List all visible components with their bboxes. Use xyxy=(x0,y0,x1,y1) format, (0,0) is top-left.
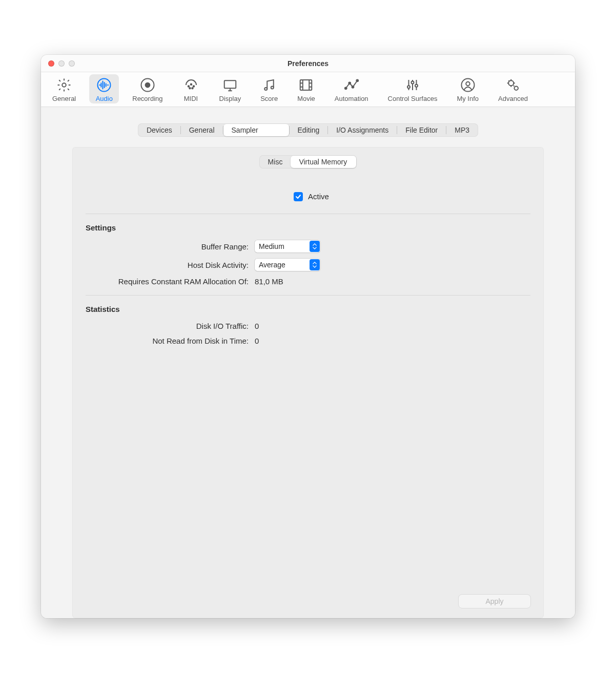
svg-rect-12 xyxy=(300,80,312,90)
preferences-body: Devices General Sampler Editing I/O Assi… xyxy=(41,107,575,618)
svg-point-17 xyxy=(407,86,410,88)
divider xyxy=(86,214,530,214)
preferences-window: Preferences General xyxy=(41,55,575,618)
tab-general[interactable]: General xyxy=(181,124,223,136)
svg-point-16 xyxy=(356,79,358,81)
chevron-up-down-icon xyxy=(310,259,320,270)
music-notes-icon xyxy=(260,76,278,94)
sliders-icon xyxy=(404,76,421,94)
buffer-range-label: Buffer Range: xyxy=(86,242,255,251)
svg-point-14 xyxy=(348,82,351,84)
svg-point-4 xyxy=(188,86,189,87)
divider xyxy=(86,295,530,296)
toolbar-label: Movie xyxy=(297,95,315,102)
svg-point-23 xyxy=(514,87,518,91)
svg-point-11 xyxy=(271,87,274,89)
svg-point-5 xyxy=(190,84,192,86)
toolbar-audio[interactable]: Audio xyxy=(89,74,119,103)
active-checkbox[interactable] xyxy=(294,192,303,201)
buffer-range-value: Medium xyxy=(255,242,309,250)
host-disk-activity-label: Host Disk Activity: xyxy=(86,261,255,269)
host-disk-activity-value: Average xyxy=(255,261,309,269)
toolbar-general[interactable]: General xyxy=(46,74,82,103)
titlebar: Preferences xyxy=(41,55,575,72)
tab-editing[interactable]: Editing xyxy=(290,124,328,136)
sampler-panel: Misc Virtual Memory Active xyxy=(72,147,544,618)
svg-point-20 xyxy=(461,79,474,92)
tab-file-editor[interactable]: File Editor xyxy=(397,124,446,136)
statistics-heading: Statistics xyxy=(86,305,530,313)
ram-allocation-value: 81,0 MB xyxy=(255,277,283,286)
toolbar-label: Display xyxy=(219,95,241,102)
svg-point-19 xyxy=(415,85,418,87)
tab-devices[interactable]: Devices xyxy=(138,124,180,136)
active-row: Active xyxy=(86,192,530,201)
toolbar-label: Recording xyxy=(132,95,162,102)
audio-tabs: Devices General Sampler Editing I/O Assi… xyxy=(138,123,478,137)
toolbar-score[interactable]: Score xyxy=(254,74,284,103)
toolbar-label: Audio xyxy=(96,95,113,102)
apply-button[interactable]: Apply xyxy=(459,595,530,608)
svg-rect-9 xyxy=(224,80,236,88)
toolbar-label: MIDI xyxy=(184,95,198,102)
toolbar-recording[interactable]: Recording xyxy=(126,74,169,103)
active-label: Active xyxy=(308,192,329,201)
toolbar-automation[interactable]: Automation xyxy=(328,74,375,103)
subtab-virtual-memory[interactable]: Virtual Memory xyxy=(291,156,356,168)
sampler-subtabs: Misc Virtual Memory xyxy=(259,155,357,169)
svg-point-10 xyxy=(264,88,267,90)
toolbar-label: General xyxy=(52,95,76,102)
automation-icon xyxy=(343,76,360,94)
disk-io-label: Disk I/O Traffic: xyxy=(86,322,255,330)
svg-point-3 xyxy=(146,83,150,88)
user-icon xyxy=(459,76,477,94)
disk-io-value: 0 xyxy=(255,322,259,330)
toolbar-label: Advanced xyxy=(498,95,528,102)
settings-heading: Settings xyxy=(86,223,530,232)
gears-icon xyxy=(504,76,522,94)
toolbar-label: Automation xyxy=(335,95,368,102)
host-disk-activity-select[interactable]: Average xyxy=(255,259,320,271)
svg-point-7 xyxy=(189,88,191,89)
toolbar-movie[interactable]: Movie xyxy=(291,74,321,103)
toolbar-my-info[interactable]: My Info xyxy=(450,74,485,103)
toolbar-label: My Info xyxy=(457,95,479,102)
window-title: Preferences xyxy=(41,59,575,68)
tab-sampler[interactable]: Sampler xyxy=(223,124,289,136)
ram-allocation-label: Requires Constant RAM Allocation Of: xyxy=(86,277,255,286)
svg-point-15 xyxy=(352,86,354,88)
film-icon xyxy=(297,76,315,94)
toolbar-control-surfaces[interactable]: Control Surfaces xyxy=(382,74,444,103)
svg-point-6 xyxy=(193,86,194,87)
apply-label: Apply xyxy=(485,597,503,605)
subtab-misc[interactable]: Misc xyxy=(260,156,291,168)
buffer-range-select[interactable]: Medium xyxy=(255,240,320,253)
toolbar-advanced[interactable]: Advanced xyxy=(492,74,534,103)
tab-io-assignments[interactable]: I/O Assignments xyxy=(328,124,397,136)
chevron-up-down-icon xyxy=(310,241,320,252)
toolbar-label: Control Surfaces xyxy=(388,95,438,102)
toolbar-midi[interactable]: MIDI xyxy=(176,74,206,103)
svg-point-18 xyxy=(412,81,414,84)
svg-point-8 xyxy=(192,88,193,89)
waveform-icon xyxy=(95,76,113,94)
svg-point-13 xyxy=(345,87,347,89)
toolbar-display[interactable]: Display xyxy=(213,74,248,103)
toolbar-label: Score xyxy=(260,95,278,102)
tab-mp3[interactable]: MP3 xyxy=(446,124,478,136)
preferences-toolbar: General Audio Recording xyxy=(41,72,575,107)
svg-point-21 xyxy=(466,82,470,86)
display-icon xyxy=(221,76,239,94)
not-read-label: Not Read from Disk in Time: xyxy=(86,336,255,345)
svg-point-0 xyxy=(62,83,66,87)
gear-icon xyxy=(55,76,73,94)
record-icon xyxy=(139,76,156,94)
not-read-value: 0 xyxy=(255,336,259,345)
midi-icon xyxy=(182,76,200,94)
